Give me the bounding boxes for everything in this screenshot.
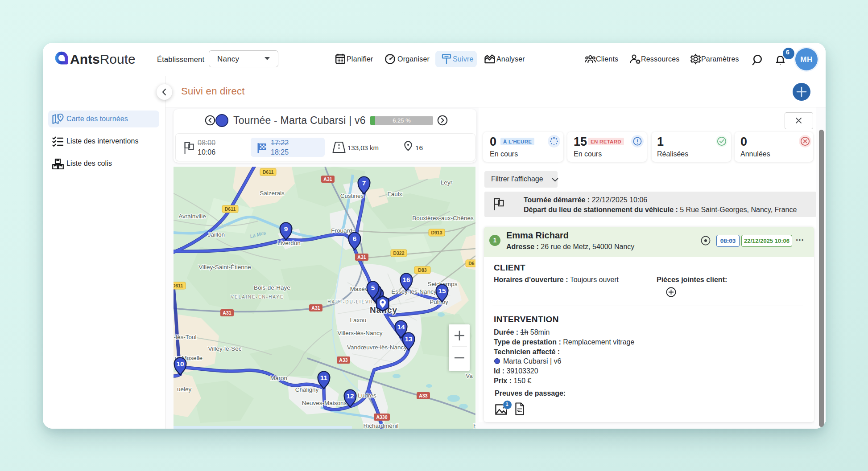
svg-text:A31: A31 bbox=[357, 254, 366, 260]
svg-text:Laxou: Laxou bbox=[350, 317, 367, 324]
svg-text:7: 7 bbox=[362, 179, 366, 187]
svg-text:Neuves-Maisons: Neuves-Maisons bbox=[302, 400, 347, 406]
svg-text:Maron: Maron bbox=[270, 375, 287, 381]
svg-text:Ludres: Ludres bbox=[358, 392, 376, 399]
svg-text:Essey-lès-Nancy: Essey-lès-Nancy bbox=[391, 288, 437, 295]
svg-text:Liverdun: Liverdun bbox=[277, 240, 301, 246]
svg-text:12: 12 bbox=[346, 392, 354, 400]
svg-text:Jaillon: Jaillon bbox=[208, 231, 225, 238]
svg-text:D6: D6 bbox=[468, 261, 475, 266]
svg-text:VELAINE-EN-HAYE: VELAINE-EN-HAYE bbox=[231, 295, 284, 299]
svg-text:Frouard: Frouard bbox=[331, 227, 352, 234]
svg-text:Bouxières-aux-Chênes: Bouxières-aux-Chênes bbox=[412, 215, 474, 221]
svg-text:13: 13 bbox=[405, 335, 413, 343]
svg-text:9: 9 bbox=[284, 225, 288, 233]
svg-text:A330: A330 bbox=[376, 414, 387, 420]
svg-text:10: 10 bbox=[176, 360, 184, 368]
svg-text:D611: D611 bbox=[225, 206, 236, 212]
svg-text:D913: D913 bbox=[431, 230, 442, 235]
svg-text:Va: Va bbox=[466, 373, 473, 379]
svg-text:A31: A31 bbox=[223, 310, 231, 315]
svg-text:Villey-Saint-Étienne: Villey-Saint-Étienne bbox=[198, 264, 251, 270]
svg-text:A31: A31 bbox=[311, 305, 320, 311]
svg-text:A33: A33 bbox=[419, 393, 427, 398]
svg-text:A33: A33 bbox=[339, 357, 347, 363]
svg-text:D611: D611 bbox=[174, 283, 183, 288]
svg-text:6: 6 bbox=[353, 235, 357, 242]
svg-text:11: 11 bbox=[320, 374, 328, 381]
svg-text:Richardménil: Richardménil bbox=[364, 422, 399, 429]
svg-text:ueley: ueley bbox=[177, 386, 192, 393]
svg-text:-lès-Toul: -lès-Toul bbox=[174, 334, 196, 340]
svg-text:14: 14 bbox=[397, 323, 405, 331]
svg-text:Villers-lès-Nancy: Villers-lès-Nancy bbox=[337, 330, 382, 336]
svg-text:D611: D611 bbox=[263, 169, 274, 175]
svg-text:16: 16 bbox=[402, 276, 410, 283]
svg-text:Chaligny: Chaligny bbox=[295, 386, 319, 393]
svg-text:Leyr: Leyr bbox=[441, 179, 453, 186]
svg-text:Villey-le-Sec: Villey-le-Sec bbox=[208, 345, 242, 352]
svg-text:Vandœuvre-lès-Nancy: Vandœuvre-lès-Nancy bbox=[347, 344, 407, 351]
svg-text:Pulnoy: Pulnoy bbox=[430, 299, 448, 305]
svg-text:HAUT-DU-LIÈVRE: HAUT-DU-LIÈVRE bbox=[327, 299, 377, 304]
svg-text:Custines: Custines bbox=[340, 192, 364, 199]
svg-text:Avrainville: Avrainville bbox=[178, 213, 206, 220]
svg-text:A31: A31 bbox=[323, 176, 332, 182]
svg-text:5: 5 bbox=[371, 284, 375, 291]
svg-text:Faulx: Faulx bbox=[387, 191, 402, 197]
svg-text:R: R bbox=[473, 422, 475, 429]
svg-text:D83: D83 bbox=[418, 267, 426, 273]
svg-text:Saizerais: Saizerais bbox=[260, 190, 285, 197]
svg-text:D322: D322 bbox=[393, 250, 404, 256]
svg-text:15: 15 bbox=[438, 287, 446, 295]
svg-text:Bois-de-Haye: Bois-de-Haye bbox=[254, 284, 290, 291]
